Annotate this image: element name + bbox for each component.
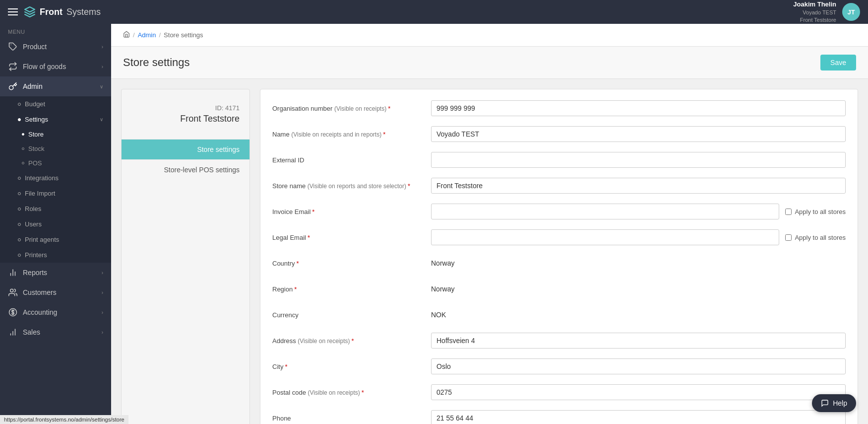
user-avatar[interactable]: JT [842, 3, 860, 21]
value-invoice-email: Apply to all stores [431, 204, 846, 219]
sidebar-item-accounting[interactable]: Accounting › [0, 302, 111, 322]
hint-name: (Visible on receipts and in reports) [291, 131, 381, 138]
input-postal-code[interactable] [431, 384, 846, 400]
sidebar-item-admin[interactable]: Admin ∨ [0, 76, 111, 96]
input-external-id[interactable] [431, 152, 846, 168]
integrations-label: Integrations [25, 174, 59, 182]
dot-icon [22, 162, 24, 164]
hint-org-number: (Visible on receipts) [334, 105, 386, 112]
sidebar-item-reports[interactable]: Reports › [0, 263, 111, 283]
dot-icon [18, 208, 21, 211]
store-name-display: Front Teststore [131, 114, 240, 124]
apply-all-stores-invoice: Apply to all stores [785, 208, 846, 215]
nav-store-settings[interactable]: Store settings [122, 139, 249, 159]
sidebar-print-agents[interactable]: Print agents [0, 232, 111, 247]
topbar: Front Systems Joakim Thelin Voyado TEST … [0, 0, 868, 24]
apply-all-label-invoice[interactable]: Apply to all stores [795, 208, 846, 215]
sidebar-file-import[interactable]: File Import [0, 186, 111, 201]
sidebar-reports-label: Reports [23, 269, 97, 277]
sidebar-item-sales[interactable]: Sales › [0, 322, 111, 342]
chevron-right-icon: › [102, 270, 103, 276]
chevron-right-icon: › [102, 290, 103, 295]
input-phone[interactable] [431, 410, 846, 424]
chevron-right-icon: › [102, 44, 103, 50]
hint-address: (Visible on receipts) [298, 338, 350, 345]
sidebar-product-label: Product [23, 43, 97, 51]
form-row-phone: Phone [272, 409, 846, 424]
checkbox-apply-invoice[interactable] [785, 209, 792, 215]
input-legal-email[interactable] [431, 229, 779, 245]
nav-store-pos-settings[interactable]: Store-level POS settings [122, 159, 249, 180]
sidebar-item-customers[interactable]: Customers › [0, 283, 111, 302]
logo-icon [24, 6, 36, 18]
sidebar-menu-label: Menu [0, 24, 111, 37]
help-label: Help [833, 399, 847, 407]
input-invoice-email[interactable] [431, 204, 779, 219]
form-row-address: Address (Visible on receipts)* [272, 332, 846, 350]
home-icon[interactable] [123, 31, 130, 39]
people-icon [8, 287, 18, 297]
sidebar-pos[interactable]: POS [0, 156, 111, 170]
right-panel: Organisation number (Visible on receipts… [260, 89, 858, 424]
admin-submenu: Budget Settings ∨ Store Stock P [0, 96, 111, 263]
label-city: City* [272, 363, 431, 370]
user-name: Joakim Thelin [793, 0, 836, 9]
form-row-org-number: Organisation number (Visible on receipts… [272, 99, 846, 117]
input-name[interactable] [431, 126, 846, 142]
chat-icon [821, 399, 829, 407]
sidebar-item-product[interactable]: Product › [0, 37, 111, 57]
sidebar-admin-label: Admin [23, 82, 95, 90]
topbar-left: Front Systems [8, 6, 101, 18]
chevron-right-icon: › [102, 310, 103, 315]
label-external-id: External ID [272, 156, 431, 164]
required-marker: * [388, 105, 390, 112]
value-name [431, 126, 846, 142]
sidebar-integrations[interactable]: Integrations [0, 170, 111, 186]
label-phone: Phone [272, 415, 431, 422]
sidebar-settings[interactable]: Settings ∨ [0, 112, 111, 127]
input-org-number[interactable] [431, 100, 846, 116]
file-import-label: File Import [25, 190, 55, 197]
user-store: Front Teststore [793, 16, 836, 24]
form-row-legal-email: Legal Email* Apply to all stores [272, 228, 846, 246]
label-address: Address (Visible on receipts)* [272, 337, 431, 345]
label-name: Name (Visible on receipts and in reports… [272, 131, 431, 138]
key-icon [8, 81, 18, 91]
input-address[interactable] [431, 333, 846, 349]
sidebar-roles[interactable]: Roles [0, 201, 111, 216]
save-button[interactable]: Save [820, 55, 856, 71]
tag-icon [8, 42, 18, 52]
required-marker: * [408, 182, 410, 190]
apply-all-stores-legal: Apply to all stores [785, 234, 846, 241]
input-store-name[interactable] [431, 178, 846, 194]
input-city[interactable] [431, 358, 846, 374]
sidebar-budget[interactable]: Budget [0, 96, 111, 112]
value-phone [431, 410, 846, 424]
sidebar: Menu Product › Flow of goods › Admin ∨ [0, 24, 111, 424]
value-city [431, 358, 846, 374]
sidebar-printers[interactable]: Printers [0, 247, 111, 263]
roles-label: Roles [25, 205, 41, 212]
sidebar-store[interactable]: Store [0, 127, 111, 141]
value-address [431, 333, 846, 349]
svg-point-4 [10, 289, 13, 292]
hamburger-menu[interactable] [8, 8, 18, 15]
settings-label: Settings [25, 116, 48, 123]
store-info: ID: 4171 Front Teststore [122, 89, 249, 139]
sidebar-stock[interactable]: Stock [0, 141, 111, 156]
apply-all-label-legal[interactable]: Apply to all stores [795, 234, 846, 241]
value-legal-email: Apply to all stores [431, 229, 846, 245]
sidebar-item-flow[interactable]: Flow of goods › [0, 57, 111, 76]
value-region: Norway [431, 285, 846, 293]
value-org-number [431, 100, 846, 116]
breadcrumb-admin-link[interactable]: Admin [138, 31, 156, 39]
content-area: / Admin / Store settings Store settings … [111, 24, 868, 424]
help-button[interactable]: Help [812, 394, 856, 412]
users-label: Users [25, 220, 42, 228]
required-marker: * [383, 131, 385, 138]
settings-submenu: Store Stock POS [0, 127, 111, 170]
sidebar-users[interactable]: Users [0, 216, 111, 232]
settings-panel: ID: 4171 Front Teststore Store settings … [121, 89, 858, 424]
checkbox-apply-legal[interactable] [785, 234, 792, 241]
required-marker: * [285, 363, 287, 370]
